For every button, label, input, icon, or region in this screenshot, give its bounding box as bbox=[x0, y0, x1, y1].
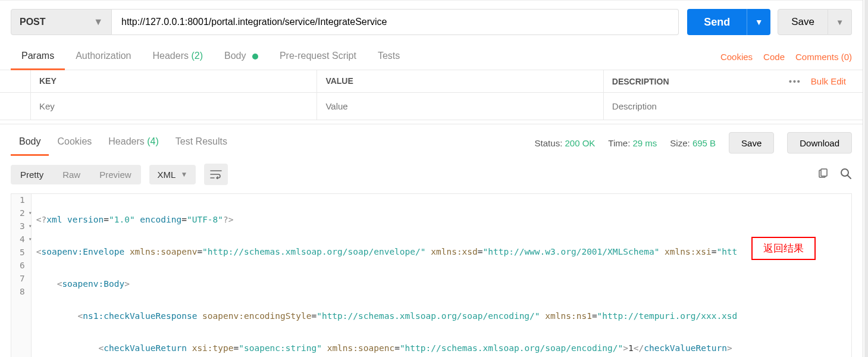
code-line: <ns1:checkValueResponse soapenv:encoding… bbox=[32, 309, 851, 322]
response-meta: Status: 200 OK Time: 29 ms Size: 695 B S… bbox=[535, 132, 852, 154]
tab-tests[interactable]: Tests bbox=[367, 43, 411, 70]
preview-option[interactable]: Preview bbox=[90, 165, 140, 184]
line-number: 8 bbox=[11, 286, 31, 299]
code-line: <soapenv:Envelope xmlns:soapenv="http://… bbox=[32, 245, 851, 258]
size-meta: Size: 695 B bbox=[670, 138, 716, 148]
cookies-link[interactable]: Cookies bbox=[720, 52, 753, 62]
send-button[interactable]: Send bbox=[687, 9, 747, 35]
copy-icon[interactable] bbox=[817, 168, 828, 181]
view-mode-pill: Pretty Raw Preview bbox=[11, 165, 141, 184]
col-description: DESCRIPTION ••• Bulk Edit bbox=[604, 70, 863, 92]
save-group: Save ▼ bbox=[778, 9, 852, 35]
line-number: 7 bbox=[11, 273, 31, 286]
tab-authorization[interactable]: Authorization bbox=[65, 43, 142, 70]
checkbox-spacer bbox=[0, 70, 31, 92]
bulk-edit-link[interactable]: Bulk Edit bbox=[811, 76, 846, 86]
row-spacer bbox=[0, 93, 31, 120]
col-key: KEY bbox=[31, 70, 317, 92]
time-meta: Time: 29 ms bbox=[608, 138, 657, 148]
line-gutter: 1 2 3 4 5 6 7 8 bbox=[11, 194, 32, 357]
method-label: POST bbox=[20, 17, 46, 27]
url-input[interactable] bbox=[112, 9, 679, 35]
code-line: <soapenv:Body> bbox=[32, 277, 851, 290]
save-dropdown[interactable]: ▼ bbox=[828, 9, 852, 35]
line-number[interactable]: 3 bbox=[11, 220, 31, 233]
resp-headers-count: (4) bbox=[147, 136, 159, 146]
method-select[interactable]: POST ▼ bbox=[11, 9, 112, 35]
chevron-down-icon: ▼ bbox=[93, 17, 103, 27]
response-header: Body Cookies Headers (4) Test Results St… bbox=[0, 124, 863, 155]
svg-line-3 bbox=[848, 176, 851, 178]
params-row bbox=[0, 93, 863, 120]
tab-prerequest[interactable]: Pre-request Script bbox=[269, 43, 367, 70]
headers-count: (2) bbox=[191, 51, 203, 61]
svg-rect-1 bbox=[821, 169, 827, 176]
col-value: VALUE bbox=[317, 70, 603, 92]
resp-tab-cookies[interactable]: Cookies bbox=[49, 130, 100, 155]
format-select[interactable]: XML ▼ bbox=[149, 165, 196, 184]
line-number[interactable]: 4 bbox=[11, 233, 31, 246]
comments-link[interactable]: Comments (0) bbox=[795, 52, 852, 62]
resp-headers-label: Headers bbox=[108, 136, 144, 146]
code-line: <checkValueReturn xsi:type="soapenc:stri… bbox=[32, 342, 851, 355]
right-links: Cookies Code Comments (0) bbox=[720, 52, 852, 62]
line-number: 1 bbox=[11, 194, 31, 207]
raw-option[interactable]: Raw bbox=[53, 165, 90, 184]
download-button[interactable]: Download bbox=[787, 132, 852, 154]
save-response-button[interactable]: Save bbox=[729, 132, 774, 154]
line-number: 6 bbox=[11, 259, 31, 273]
code-line: <?xml version="1.0" encoding="UTF-8"?> bbox=[32, 213, 851, 226]
save-button[interactable]: Save bbox=[778, 9, 828, 35]
more-options-icon[interactable]: ••• bbox=[789, 77, 801, 86]
request-bar: POST ▼ Send ▼ Save ▼ bbox=[0, 0, 863, 43]
resp-tab-body[interactable]: Body bbox=[11, 130, 49, 155]
col-description-label: DESCRIPTION bbox=[612, 77, 669, 86]
params-actions: ••• Bulk Edit bbox=[789, 76, 854, 86]
send-group: Send ▼ bbox=[687, 9, 770, 35]
format-right bbox=[817, 168, 852, 181]
tab-body[interactable]: Body bbox=[214, 43, 269, 70]
chevron-down-icon: ▼ bbox=[180, 170, 187, 178]
response-tabs: Body Cookies Headers (4) Test Results bbox=[11, 130, 236, 155]
send-dropdown[interactable]: ▼ bbox=[747, 9, 770, 35]
value-input[interactable] bbox=[317, 93, 603, 120]
request-tabs: Params Authorization Headers (2) Body Pr… bbox=[0, 43, 863, 70]
pretty-option[interactable]: Pretty bbox=[11, 165, 53, 184]
line-number: 5 bbox=[11, 246, 31, 259]
search-icon[interactable] bbox=[840, 168, 852, 181]
resp-tab-headers[interactable]: Headers (4) bbox=[100, 130, 167, 155]
wrap-lines-button[interactable] bbox=[204, 164, 228, 185]
tab-headers-label: Headers bbox=[153, 51, 189, 61]
format-row: Pretty Raw Preview XML ▼ bbox=[0, 155, 863, 193]
code-content[interactable]: <?xml version="1.0" encoding="UTF-8"?> <… bbox=[32, 194, 851, 357]
resp-tab-tests[interactable]: Test Results bbox=[167, 130, 236, 155]
line-number[interactable]: 2 bbox=[11, 207, 31, 220]
tab-headers[interactable]: Headers (2) bbox=[142, 43, 214, 70]
wrap-icon bbox=[210, 170, 222, 179]
status-meta: Status: 200 OK bbox=[535, 138, 596, 148]
code-link[interactable]: Code bbox=[763, 52, 785, 62]
params-header: KEY VALUE DESCRIPTION ••• Bulk Edit bbox=[0, 70, 863, 93]
format-label: XML bbox=[158, 170, 176, 180]
tab-body-label: Body bbox=[224, 51, 246, 61]
description-input[interactable] bbox=[604, 93, 863, 120]
key-input[interactable] bbox=[31, 93, 317, 120]
body-active-dot-icon bbox=[252, 54, 258, 60]
svg-point-2 bbox=[841, 169, 848, 176]
tab-params[interactable]: Params bbox=[11, 43, 65, 70]
response-body: 1 2 3 4 5 6 7 8 <?xml version="1.0" enco… bbox=[11, 193, 852, 357]
